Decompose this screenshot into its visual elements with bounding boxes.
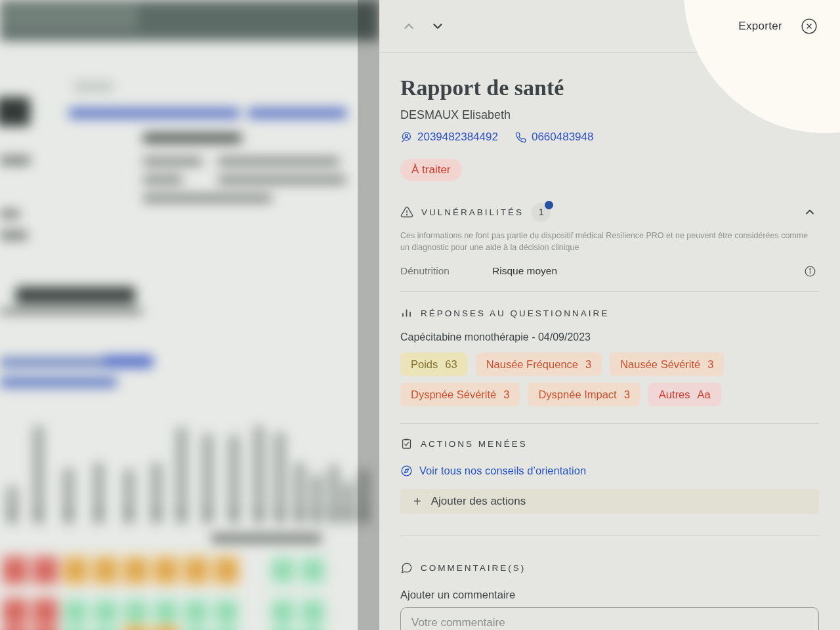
- collapse-vulnerabilities-button[interactable]: [801, 203, 819, 221]
- questionnaire-chip[interactable]: Dyspnée Sévérité3: [400, 383, 520, 406]
- blurred-heatmap-cell: [122, 597, 150, 628]
- blurred-heatmap-cell: [92, 555, 119, 586]
- blurred-bar: [328, 465, 339, 525]
- blurred-heatmap-cell: [299, 624, 327, 630]
- blurred-axis-label: [203, 511, 211, 514]
- blurred-bar: [311, 474, 322, 525]
- blurred-heatmap-cell: [299, 597, 327, 628]
- phone-icon: [515, 132, 526, 143]
- patient-id-value: 2039482384492: [417, 131, 498, 144]
- blurred-heatmap-cell: [299, 555, 327, 586]
- blurred-heatmap-cell: [269, 597, 297, 628]
- add-actions-label: Ajouter des actions: [431, 495, 526, 508]
- blurred-axis-label: [94, 511, 102, 514]
- patient-id-icon: [400, 131, 412, 143]
- blurred-heatmap-cell: [122, 555, 150, 586]
- vulnerability-count: 1: [539, 207, 544, 217]
- vulnerability-info-button[interactable]: [801, 262, 819, 280]
- blur-layer: [0, 0, 379, 630]
- section-divider: [400, 291, 819, 292]
- blurred-heatmap-cell: [213, 624, 240, 630]
- questionnaire-chip[interactable]: Dyspnée Impact3: [528, 383, 640, 406]
- blurred-axis-label: [312, 511, 320, 514]
- next-report-button[interactable]: [428, 16, 448, 36]
- blurred-axis-label: [295, 511, 303, 514]
- chip-label: Nausée Sévérité: [620, 358, 700, 371]
- blurred-bar: [176, 427, 187, 525]
- blurred-heatmap-cell: [62, 555, 89, 586]
- blurred-bar: [253, 425, 264, 525]
- speech-bubble-icon: [400, 562, 413, 574]
- patient-phone-link[interactable]: 0660483948: [515, 131, 594, 144]
- info-icon: [804, 265, 816, 278]
- bar-chart-icon: [400, 307, 413, 320]
- patient-contact-row: 2039482384492 0660483948: [400, 130, 819, 144]
- blurred-bar: [123, 469, 135, 525]
- vulnerabilities-section-header: VULNÉRABILITÉS 1: [400, 202, 819, 222]
- blurred-heatmap-cell: [92, 597, 119, 628]
- blurred-breadcrumb-link: [69, 108, 240, 118]
- actions-section-label: ACTIONS MENÉES: [421, 439, 528, 449]
- blurred-heatmap-cell: [213, 597, 240, 628]
- blurred-bar: [63, 467, 74, 525]
- blurred-bar: [151, 462, 162, 525]
- blurred-heatmap-cell: [62, 624, 89, 630]
- blurred-axis-label: [152, 511, 160, 514]
- questionnaire-chip[interactable]: Nausée Fréquence3: [476, 352, 602, 376]
- chip-value: 63: [445, 358, 457, 371]
- comments-section-label: COMMENTAIRE(S): [421, 563, 526, 573]
- questionnaire-context: Capécitabine monothérapie - 04/09/2023: [400, 331, 819, 343]
- blurred-heatmap-cell: [92, 624, 119, 630]
- questionnaire-section-header: RÉPONSES AU QUESTIONNAIRE: [400, 305, 819, 321]
- section-divider: [400, 536, 819, 536]
- blurred-sidebar-item: [0, 231, 28, 240]
- blurred-heatmap-cell: [182, 624, 210, 630]
- chip-label: Poids: [411, 358, 438, 371]
- chip-value: 3: [503, 388, 509, 401]
- blurred-axis-label: [329, 511, 337, 514]
- orientation-advice-link[interactable]: Voir tous nos conseils d’orientation: [400, 465, 586, 477]
- blurred-axis-label: [8, 511, 16, 514]
- blurred-axis-label: [125, 511, 133, 514]
- blurred-sidebar-item: [0, 156, 30, 165]
- blurred-heatmap-cell: [1, 624, 29, 630]
- vulnerability-name: Dénutrition: [400, 265, 492, 277]
- close-panel-button[interactable]: [798, 15, 820, 37]
- questionnaire-chip[interactable]: AutresAa: [648, 383, 721, 406]
- patient-id-link[interactable]: 2039482384492: [400, 131, 498, 144]
- chip-label: Autres: [659, 388, 690, 401]
- blurred-card-value: [218, 194, 272, 202]
- comment-input[interactable]: [400, 607, 819, 630]
- blurred-bar: [343, 482, 354, 525]
- comments-section-header: COMMENTAIRE(S): [400, 560, 819, 576]
- blurred-heatmap-cell: [182, 555, 210, 586]
- vulnerability-count-badge: 1: [532, 203, 551, 222]
- add-actions-button[interactable]: + Ajouter des actions: [400, 489, 819, 514]
- blurred-card-heading: [143, 133, 242, 143]
- section-divider: [400, 423, 819, 424]
- vulnerability-row: Dénutrition Risque moyen: [400, 262, 819, 280]
- blurred-heatmap-cell: [182, 597, 210, 628]
- chip-label: Dyspnée Impact: [538, 388, 616, 401]
- chevron-up-icon: [402, 19, 416, 33]
- chip-value: 3: [624, 388, 630, 401]
- blurred-heatmap-cell: [32, 624, 59, 630]
- export-button[interactable]: Exporter: [738, 20, 782, 33]
- blurred-text-line: [0, 358, 105, 368]
- blurred-sidebar-item: [0, 210, 20, 218]
- close-icon: [801, 18, 818, 35]
- blurred-bar: [7, 486, 18, 525]
- warning-triangle-icon: [400, 205, 413, 219]
- chip-value: Aa: [698, 388, 711, 401]
- questionnaire-chip[interactable]: Poids63: [400, 352, 468, 376]
- actions-section-header: ACTIONS MENÉES: [400, 436, 819, 452]
- add-comment-label: Ajouter un commentaire: [400, 589, 819, 601]
- previous-report-button[interactable]: [399, 16, 419, 36]
- plus-icon: +: [413, 495, 421, 508]
- questionnaire-chip[interactable]: Nausée Sévérité3: [610, 352, 724, 376]
- status-badge[interactable]: À traiter: [400, 159, 462, 181]
- app-screen: Exporter Rapport de santé DESMAUX Elisab…: [0, 0, 840, 630]
- blurred-heatmap-cell: [213, 555, 240, 586]
- questionnaire-section-label: RÉPONSES AU QUESTIONNAIRE: [421, 308, 609, 318]
- chevron-down-icon: [430, 19, 445, 33]
